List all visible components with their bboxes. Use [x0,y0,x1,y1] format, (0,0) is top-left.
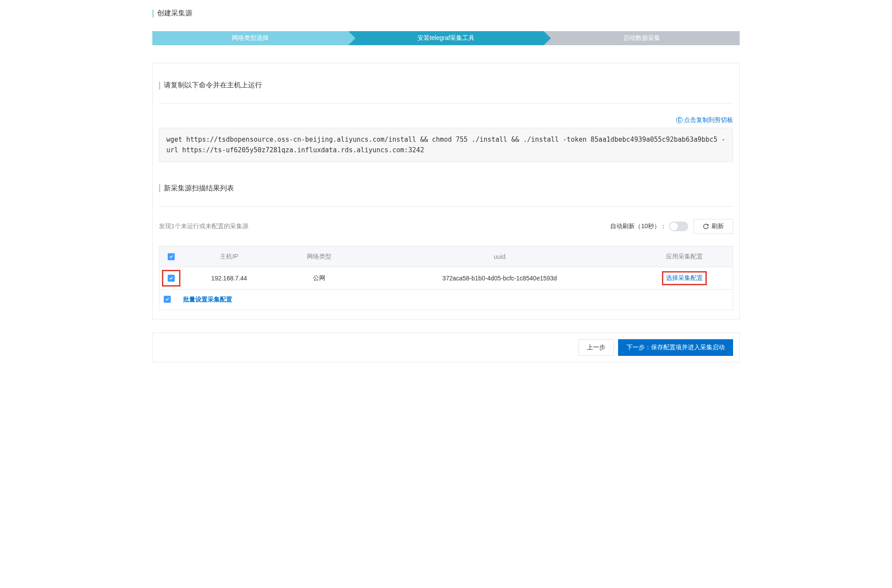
select-config-link[interactable]: 选择采集配置 [666,274,703,281]
section-title-2: 新采集源扫描结果列表 [159,184,733,193]
copy-to-clipboard-link[interactable]: C 点击复制到剪切板 [676,116,733,124]
refresh-button[interactable]: 刷新 [694,219,733,234]
batch-row: 批量设置采集配置 [159,289,733,310]
header-checkbox-cell [159,246,183,267]
footer-card: 上一步 下一步：保存配置项并进入采集启动 [152,333,740,362]
page-title: 创建采集源 [157,9,192,18]
auto-refresh-label: 自动刷新（10秒）： [610,222,666,230]
select-all-checkbox[interactable] [168,253,175,260]
refresh-label: 刷新 [712,222,724,230]
title-bar [152,10,154,18]
batch-cell: 批量设置采集配置 [159,289,733,310]
auto-refresh: 自动刷新（10秒）： [610,222,688,231]
batch-checkbox[interactable] [164,296,171,303]
step-network-type[interactable]: 网络类型选择 [152,31,348,45]
highlight-box-checkbox [162,270,180,287]
sources-table: 主机IP 网络类型 uuid 应用采集配置 192.168.7.4 [159,246,733,310]
step-label: 安装telegraf采集工具 [417,34,475,42]
table-header-row: 主机IP 网络类型 uuid 应用采集配置 [159,246,733,267]
batch-config-link[interactable]: 批量设置采集配置 [183,296,232,303]
switch-knob [670,222,678,230]
col-uuid: uuid [363,246,637,267]
main-card: 请复制以下命令并在主机上运行 C 点击复制到剪切板 wget https://t… [152,63,740,319]
step-start-collection[interactable]: 启动数据采集 [544,31,740,45]
section-text: 新采集源扫描结果列表 [164,184,234,193]
wizard-steps: 网络类型选择 安装telegraf采集工具 启动数据采集 [152,31,740,45]
step-install-telegraf[interactable]: 安装telegraf采集工具 [348,31,544,45]
col-net-type: 网络类型 [275,246,363,267]
section-bar [159,82,160,90]
auto-refresh-toggle[interactable] [669,222,688,231]
section-text: 请复制以下命令并在主机上运行 [164,81,262,90]
cell-action: 选择采集配置 [637,267,733,289]
divider [159,103,733,104]
divider [159,206,733,207]
cell-net-type: 公网 [275,267,363,289]
table-row: 192.168.7.44 公网 372aca58-b1b0-4d05-bcfc-… [159,267,733,289]
refresh-icon [703,223,709,229]
step-label: 启动数据采集 [623,34,660,42]
copy-link-row: C 点击复制到剪切板 [159,116,733,124]
row-checkbox[interactable] [168,275,175,282]
highlight-box-action: 选择采集配置 [662,271,707,285]
copy-icon: C [676,117,683,123]
discovered-text: 发现1个未运行或未配置的采集源 [159,222,248,230]
section-bar [159,184,160,192]
col-host-ip: 主机IP [183,246,275,267]
next-button[interactable]: 下一步：保存配置项并进入采集启动 [618,339,733,356]
col-app-config: 应用采集配置 [637,246,733,267]
toolbar: 发现1个未运行或未配置的采集源 自动刷新（10秒）： 刷新 [159,219,733,234]
toolbar-right: 自动刷新（10秒）： 刷新 [610,219,733,234]
command-box[interactable]: wget https://tsdbopensource.oss-cn-beiji… [159,128,733,162]
step-label: 网络类型选择 [232,34,269,42]
cell-uuid: 372aca58-b1b0-4d05-bcfc-1c8540e1593d [363,267,637,289]
cell-host-ip: 192.168.7.44 [183,267,275,289]
section-title-1: 请复制以下命令并在主机上运行 [159,81,733,90]
prev-button[interactable]: 上一步 [579,339,614,356]
copy-link-text: 点击复制到剪切板 [684,116,733,124]
page-title-wrap: 创建采集源 [152,9,740,18]
row-checkbox-cell [159,267,183,289]
